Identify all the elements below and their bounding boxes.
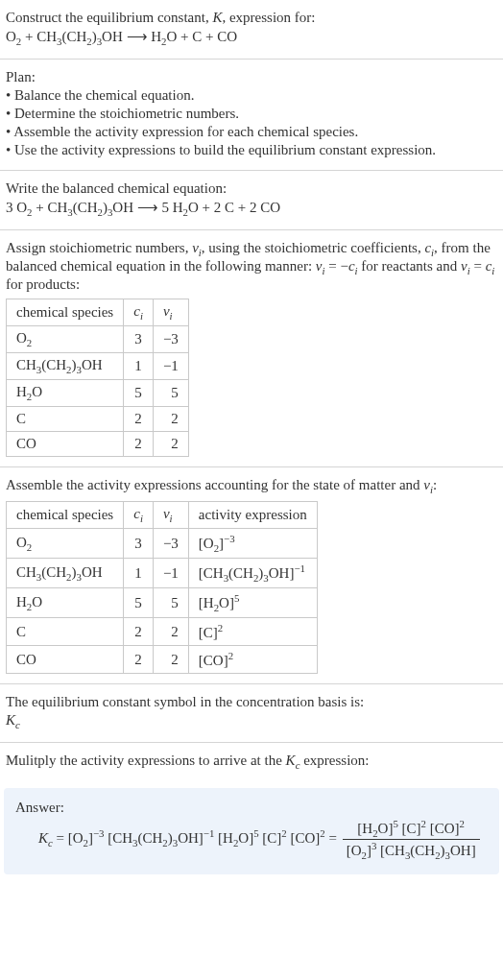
c: c [133,303,140,319]
t: (CH [73,200,98,215]
sub: 3 [36,364,41,375]
t: = [470,258,486,274]
t: OH ⟶ H [102,29,161,44]
t: , using the stoichiometric coefficients, [202,240,425,255]
sub: c [15,719,20,730]
activity-expr: [H2O]5 [188,588,317,618]
sup: 5 [393,818,397,829]
sup: 2 [421,818,426,829]
section-multiply: Mulitply the activity expressions to arr… [0,743,503,782]
sub: 2 [214,542,219,554]
t: Assemble the activity expressions accoun… [6,477,423,492]
species: H2O [7,380,124,407]
t: OH ⟶ 5 H [112,200,182,215]
sub: 2 [27,541,32,553]
t: O] [238,830,253,846]
species: O2 [7,529,124,559]
t: for reactants and [358,258,461,274]
table-row: CO 2 2 [7,432,189,457]
sub: 2 [362,849,367,861]
t: (CH [138,830,163,846]
plan-title: Plan: [6,69,497,85]
ci: 2 [124,646,154,674]
sup: 2 [218,622,223,633]
ci: 3 [124,326,154,353]
var-K: K [212,10,222,25]
prompt-line1: Construct the equilibrium constant, K, e… [6,10,497,26]
sup: 2 [228,650,233,661]
sub: 2 [27,601,32,612]
table-row: H2O 5 5 [7,380,189,407]
vi: 2 [153,646,188,674]
sub: i [170,310,173,322]
sub: 3 [77,364,82,375]
ci: 1 [124,353,154,380]
table-row: H2O 5 5 [H2O]5 [7,588,318,618]
eq: O2 + CH3(CH2)3OH ⟶ H2O + C + CO [6,29,237,44]
t: [H [214,830,233,846]
t: for products: [6,276,80,292]
stoich-intro: Assign stoichiometric numbers, νi, using… [6,240,497,293]
K: K [286,753,296,768]
plan-item: • Use the activity expressions to build … [6,142,497,158]
ci: 3 [124,529,154,559]
sub: 2 [435,849,440,861]
c: c [133,506,140,521]
activity-expr: [C]2 [188,618,317,646]
vi: −3 [153,326,188,353]
nu: ν [461,258,467,274]
stoich-table: chemical species ci νi O2 3 −3 CH3(CH2)3… [6,299,189,457]
vi: −1 [153,353,188,380]
col-activity: activity expression [188,502,317,529]
table-row: CH3(CH2)3OH 1 −1 [7,353,189,380]
balanced-title: Write the balanced chemical equation: [6,180,497,197]
fraction: [H2O]5 [C]2 [CO]2 [O2]3 [CH3(CH2)3OH] [343,818,480,861]
nu: ν [423,477,430,492]
section-balanced: Write the balanced chemical equation: 3 … [0,171,503,230]
table-header-row: chemical species ci νi activity expressi… [7,502,318,529]
t: [CH [105,830,133,846]
numerator: [H2O]5 [C]2 [CO]2 [343,818,480,840]
vi: 2 [153,432,188,457]
sub: 2 [27,391,32,402]
sup: 5 [234,592,239,604]
t: + CH [33,200,68,215]
col-vi: νi [153,299,188,326]
plan-item: • Balance the chemical equation. [6,87,497,104]
answer-box: Answer: Kc = [O2]−3 [CH3(CH2)3OH]−1 [H2O… [4,788,499,874]
activity-intro: Assemble the activity expressions accoun… [6,477,497,495]
ci: 2 [124,407,154,432]
answer-label: Answer: [15,800,488,816]
ci: 5 [124,588,154,618]
sub: i [140,513,143,524]
col-ci: ci [124,502,154,529]
t: (CH [61,29,86,44]
text: , expression for: [222,10,315,25]
species: CO [7,646,124,674]
sub: 2 [214,602,219,613]
table-row: O2 3 −3 [O2]−3 [7,529,318,559]
t: OH] [178,830,204,846]
t: O [6,29,16,44]
sup: −3 [224,533,235,544]
t: + CH [21,29,57,44]
species: H2O [7,588,124,618]
t: O + C + CO [167,29,238,44]
multiply-intro: Mulitply the activity expressions to arr… [6,753,497,771]
answer-equation: Kc = [O2]−3 [CH3(CH2)3OH]−1 [H2O]5 [C]2 … [15,818,488,861]
activity-expr: [CH3(CH2)3OH]−1 [188,559,317,588]
vi: −1 [153,559,188,588]
sup: −1 [294,562,305,574]
t: [C] [259,830,282,846]
sub: 3 [36,571,41,583]
sub: i [491,265,494,276]
sub: 3 [405,849,410,861]
table-row: CO 2 2 [CO]2 [7,646,318,674]
table-row: CH3(CH2)3OH 1 −1 [CH3(CH2)3OH]−1 [7,559,318,588]
table-row: O2 3 −3 [7,326,189,353]
K: K [38,830,48,846]
sup: 3 [371,840,376,851]
sub: 3 [224,572,228,584]
denominator: [O2]3 [CH3(CH2)3OH] [343,840,480,861]
col-species: chemical species [7,502,124,529]
